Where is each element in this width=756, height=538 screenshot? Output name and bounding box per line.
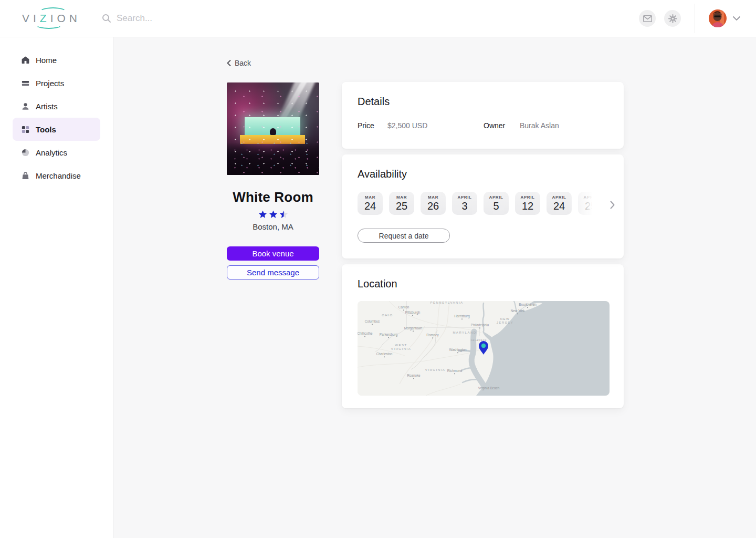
chip-day: 3 xyxy=(461,200,467,212)
date-chip[interactable]: APRIL12 xyxy=(515,192,540,215)
svg-text:PENNSYLVANIA: PENNSYLVANIA xyxy=(430,301,463,304)
venue-city: Boston, MA xyxy=(227,222,319,231)
chip-month: MAR xyxy=(365,195,375,200)
chip-day: 25 xyxy=(585,200,596,212)
svg-text:Charleston: Charleston xyxy=(376,352,393,356)
location-card: Location xyxy=(342,264,624,408)
send-message-button[interactable]: Send message xyxy=(227,265,319,280)
star-icon xyxy=(279,210,288,219)
user-avatar[interactable] xyxy=(709,9,727,27)
home-icon xyxy=(20,55,30,65)
sidebar-item-label: Artists xyxy=(36,102,58,111)
gear-icon xyxy=(668,14,677,23)
chip-month: MAR xyxy=(428,195,438,200)
topbar-actions xyxy=(631,4,740,33)
svg-text:OHIO: OHIO xyxy=(382,314,393,317)
back-label: Back xyxy=(235,59,251,67)
owner-value: Burak Aslan xyxy=(520,121,608,130)
svg-text:Canton: Canton xyxy=(398,305,410,309)
details-title: Details xyxy=(358,96,608,108)
svg-text:Chillicothe: Chillicothe xyxy=(358,332,373,335)
topbar: VIZION xyxy=(0,0,756,37)
chip-day: 24 xyxy=(364,200,376,212)
venue-summary: White Room Boston, MA Book venue Send me… xyxy=(227,82,319,414)
main-content: Back White Room Boston, MA Book venue Se… xyxy=(114,37,756,538)
svg-text:VIRGINIA: VIRGINIA xyxy=(425,368,445,371)
analytics-icon xyxy=(20,148,30,157)
chip-day: 25 xyxy=(396,200,407,212)
sidebar-item-projects[interactable]: Projects xyxy=(13,71,100,95)
svg-text:Virginia Beach: Virginia Beach xyxy=(478,386,500,390)
venue-photo xyxy=(227,82,319,175)
projects-icon xyxy=(20,78,30,88)
map-svg: PENNSYLVANIACantonBrookhavenNew YorkPitt… xyxy=(358,301,610,396)
chip-day: 12 xyxy=(522,200,533,212)
availability-card: Availability MAR24 MAR25 MAR26 APRIL3 AP… xyxy=(342,154,624,258)
chip-month: APRIL xyxy=(521,195,535,200)
chip-month: APRIL xyxy=(584,195,598,200)
mail-icon xyxy=(643,15,652,22)
date-chip[interactable]: MAR26 xyxy=(421,192,446,215)
date-chip[interactable]: APRIL5 xyxy=(484,192,509,215)
sidebar-item-label: Home xyxy=(36,56,57,65)
messages-button[interactable] xyxy=(639,10,656,27)
chip-day: 26 xyxy=(427,200,439,212)
chevron-right-icon xyxy=(610,201,615,209)
svg-text:New York: New York xyxy=(511,309,525,313)
tools-icon xyxy=(20,125,30,134)
chevron-down-icon[interactable] xyxy=(733,16,740,20)
rating-stars xyxy=(227,210,319,219)
sidebar-item-label: Analytics xyxy=(36,148,67,157)
svg-text:NEW: NEW xyxy=(500,317,510,320)
settings-button[interactable] xyxy=(664,10,681,27)
svg-text:VIRGINIA: VIRGINIA xyxy=(391,347,411,350)
availability-title: Availability xyxy=(358,168,608,180)
owner-label: Owner xyxy=(484,121,520,130)
svg-text:JERSEY: JERSEY xyxy=(497,321,513,324)
svg-text:Romney: Romney xyxy=(426,333,439,337)
venue-panels: Details Price $2,500 USD Owner Burak Asl… xyxy=(342,82,624,414)
sidebar-item-home[interactable]: Home xyxy=(13,48,100,71)
app-logo: VIZION xyxy=(22,12,81,25)
date-chip[interactable]: APRIL25 xyxy=(578,192,599,215)
date-chip[interactable]: MAR24 xyxy=(358,192,383,215)
sidebar-item-label: Tools xyxy=(36,125,56,134)
date-chip[interactable]: APRIL3 xyxy=(452,192,477,215)
svg-text:Washington: Washington xyxy=(449,348,467,352)
svg-text:Pittsburgh: Pittsburgh xyxy=(405,311,421,315)
request-date-button[interactable]: Request a date xyxy=(358,229,450,243)
chip-month: APRIL xyxy=(552,195,566,200)
sidebar-item-merchandise[interactable]: Merchandise xyxy=(13,164,100,187)
merchandise-icon xyxy=(20,171,30,180)
search-input[interactable] xyxy=(117,13,285,24)
book-venue-button[interactable]: Book venue xyxy=(227,246,319,261)
svg-text:Harrisburg: Harrisburg xyxy=(454,314,470,318)
location-map: PENNSYLVANIACantonBrookhavenNew YorkPitt… xyxy=(358,301,610,396)
star-icon xyxy=(269,210,278,219)
svg-text:Roanoke: Roanoke xyxy=(407,374,421,377)
chip-month: APRIL xyxy=(489,195,503,200)
date-chip[interactable]: APRIL24 xyxy=(547,192,572,215)
svg-text:Parkersburg: Parkersburg xyxy=(380,333,398,337)
svg-text:Morgantown: Morgantown xyxy=(404,326,423,330)
chevron-left-icon xyxy=(227,60,231,66)
svg-text:Columbus: Columbus xyxy=(365,319,380,323)
star-icon xyxy=(258,210,267,219)
svg-text:WEST: WEST xyxy=(395,344,407,347)
chip-month: MAR xyxy=(396,195,407,200)
sidebar-item-analytics[interactable]: Analytics xyxy=(13,141,100,164)
price-value: $2,500 USD xyxy=(387,121,484,130)
search-bar[interactable] xyxy=(102,13,285,24)
search-icon xyxy=(102,14,111,23)
location-title: Location xyxy=(358,278,608,290)
sidebar: Home Projects Artists Tools Analytics xyxy=(0,37,114,538)
chip-day: 24 xyxy=(553,200,565,212)
svg-text:Philadelphia: Philadelphia xyxy=(471,323,489,327)
back-button[interactable]: Back xyxy=(227,59,251,67)
sidebar-item-artists[interactable]: Artists xyxy=(13,95,100,118)
date-chip[interactable]: MAR25 xyxy=(389,192,414,215)
dates-scroll-right-button[interactable] xyxy=(608,199,617,211)
details-row: Price $2,500 USD Owner Burak Aslan xyxy=(358,121,608,130)
svg-text:Brookhaven: Brookhaven xyxy=(519,303,537,306)
sidebar-item-tools[interactable]: Tools xyxy=(13,118,100,141)
